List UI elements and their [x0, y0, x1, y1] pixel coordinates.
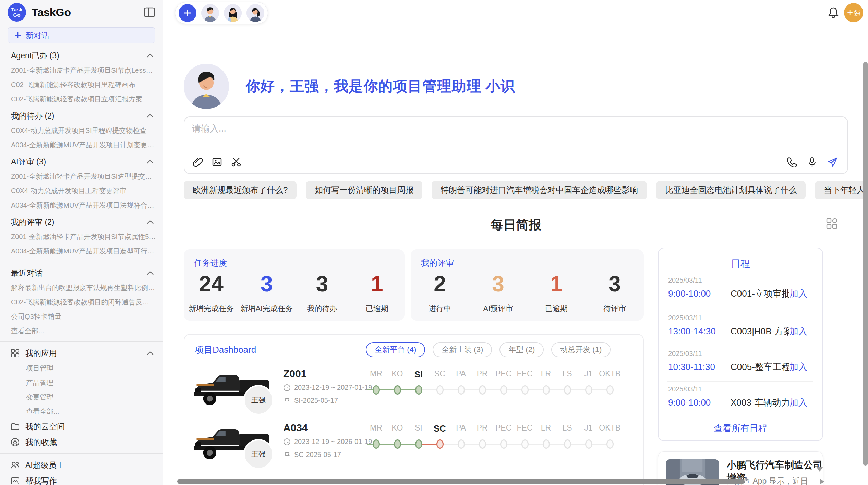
sidebar-item-ai-super-staff[interactable]: AI超级员工	[0, 457, 163, 473]
logo-line1: Task	[11, 7, 22, 12]
sidebar-item-cloud-space[interactable]: 我的云空间	[0, 419, 163, 434]
view-all-schedule-link[interactable]: 查看所有日程	[659, 422, 822, 434]
conversation-item[interactable]: Z001-全新燃油轻卡产品开发项目SI节点属性5D文件评审	[0, 229, 163, 244]
join-link[interactable]: 加入	[789, 361, 807, 373]
schedule-item: 2025/03/11 10:30-11:30 C005-整车工程目标评审 加入	[659, 350, 822, 373]
attachment-icon[interactable]	[192, 156, 204, 168]
folder-icon	[10, 422, 20, 431]
project-flag-milestone: SI-2025-05-17	[283, 397, 338, 405]
conversation-item[interactable]: C02-飞腾新能源轻客改款项目立项汇报方案	[0, 92, 163, 106]
user-avatar[interactable]: 王强	[844, 3, 863, 22]
section-ai-review[interactable]: AI评审 (3)	[0, 154, 163, 169]
suggestion-chip[interactable]: 欧洲新规最近颁布了什么?	[184, 181, 297, 199]
project-owner-badge: 王强	[243, 439, 274, 469]
my-review-card: 我的评审 2 进行中 3 AI预评审 1 已逾期 3 待评审	[411, 249, 644, 321]
project-name: A034	[283, 422, 308, 434]
app-title: TaskGo	[32, 6, 144, 19]
message-input[interactable]	[192, 123, 740, 150]
conversation-item[interactable]: C0X4-动力总成开发项目SI里程碑提交物检查	[0, 123, 163, 138]
divider	[667, 310, 813, 310]
suggestion-chip[interactable]: 比亚迪全固态电池计划具体说了什么	[656, 181, 806, 199]
recent-chat-item[interactable]: 解释最新出台的欧盟报废车法规再生塑料比例被调至15%...	[0, 281, 163, 295]
project-row-z001[interactable]: 王强 Z001 2023-12-19 ~ 2027-01-19 SI-2025-	[184, 367, 644, 421]
briefing-layout-icon[interactable]	[825, 217, 838, 229]
new-chat-label: 新对话	[26, 30, 49, 41]
schedule-date: 2025/03/11	[668, 276, 807, 284]
section-agent-done[interactable]: Agent已办 (3)	[0, 48, 163, 63]
image-icon[interactable]	[211, 156, 223, 168]
scroll-right-arrow[interactable]	[820, 479, 824, 484]
suggestion-chips: 欧洲新规最近颁布了什么? 如何写一份清晰的项目周报 特朗普可能对进口汽车增税会对…	[184, 181, 848, 199]
new-chat-button[interactable]: 新对话	[8, 27, 155, 43]
agent-avatar-2[interactable]	[224, 4, 242, 22]
section-recent-chats[interactable]: 最近对话	[0, 265, 163, 281]
tab-model-year[interactable]: 年型 (2)	[499, 342, 544, 357]
suggestion-chip[interactable]: 如何写一份清晰的项目周报	[306, 181, 422, 199]
sidebar-item-help-me-write[interactable]: 帮我写作	[0, 473, 163, 485]
add-agent-button[interactable]	[179, 4, 196, 22]
notifications-bell-icon[interactable]	[827, 6, 840, 19]
apps-view-all-link[interactable]: 查看全部...	[0, 404, 163, 419]
card-title: 我的评审	[421, 258, 454, 269]
schedule-name: C005-整车工程目标评审	[731, 361, 789, 373]
phone-call-icon[interactable]	[786, 156, 797, 168]
conversation-item[interactable]: C0X4-动力总成开发项目工程变更评审	[0, 184, 163, 198]
app-link-project-mgmt[interactable]: 项目管理	[0, 361, 163, 375]
ai-super-staff-label: AI超级员工	[25, 460, 154, 471]
chevron-up-icon	[146, 53, 154, 58]
join-link[interactable]: 加入	[789, 288, 807, 300]
conversation-item[interactable]: Z001-全新燃油皮卡产品开发项目SI节点Lesson Learn报告	[0, 63, 163, 77]
user-name: 王强	[847, 8, 860, 17]
conversation-item[interactable]: C02-飞腾新能源轻客改款项目里程碑画布	[0, 77, 163, 92]
schedule-date: 2025/03/11	[668, 314, 807, 322]
divider	[667, 381, 813, 382]
app-link-change-mgmt[interactable]: 变更管理	[0, 390, 163, 404]
recent-view-all-link[interactable]: 查看全部...	[0, 324, 163, 338]
recent-chat-item[interactable]: C02-飞腾新能源轻客改款项目的闭环通告反馈情况	[0, 295, 163, 309]
stat-overdue: 1 已逾期	[351, 272, 403, 314]
sidebar-collapse-icon[interactable]	[144, 7, 155, 17]
logo-line2: Go	[13, 12, 21, 18]
conversation-item[interactable]: Z001-全新燃油轻卡产品开发项目SI造型提交物评审	[0, 169, 163, 184]
project-flag-milestone: SC-2025-05-17	[283, 451, 341, 459]
tab-new-platform[interactable]: 全新平台 (4)	[366, 342, 425, 357]
sidebar-item-favorites[interactable]: 我的收藏	[0, 434, 163, 450]
agent-avatar-1[interactable]	[201, 4, 219, 22]
vertical-scrollbar[interactable]	[863, 62, 868, 466]
join-link[interactable]: 加入	[789, 325, 807, 337]
schedule-card: 日程 2025/03/11 9:00-10:00 C001-立项审批会 加入 2…	[658, 248, 823, 441]
agent-avatar-3[interactable]	[246, 4, 264, 22]
milestone-track: MR KO SI SC PA PR PEC FEC LR LS J1 OKTB	[365, 369, 620, 398]
schedule-item: 2025/03/11 9:00-10:00 C001-立项审批会 加入	[659, 276, 822, 300]
flag-icon	[283, 451, 291, 459]
recent-chat-item[interactable]: 公司Q3轻卡销量	[0, 309, 163, 324]
section-my-review[interactable]: 我的评审 (2)	[0, 214, 163, 229]
tab-new-body[interactable]: 全新上装 (3)	[433, 342, 492, 357]
writing-icon	[10, 476, 20, 485]
people-icon	[10, 460, 20, 470]
section-title: 我的待办 (2)	[11, 111, 55, 121]
conversation-item[interactable]: A034-全新新能源MUV产品开发项目造型可行性评审	[0, 244, 163, 258]
microphone-icon[interactable]	[806, 156, 818, 168]
scroll-down-arrow[interactable]	[817, 467, 823, 472]
scissors-icon[interactable]	[230, 156, 242, 168]
conversation-item[interactable]: A034-全新新能源MUV产品开发项目计划变更表编写	[0, 138, 163, 152]
suggestion-chip[interactable]: 特朗普可能对进口汽车增税会对中国车企造成哪些影响	[432, 181, 647, 199]
section-title: 最近对话	[11, 268, 43, 278]
schedule-time: 9:00-10:00	[668, 397, 731, 408]
composer-right-icons	[786, 156, 839, 168]
send-icon[interactable]	[827, 156, 839, 168]
horizontal-scrollbar[interactable]	[177, 479, 745, 484]
conversation-item[interactable]: A034-全新新能源MUV产品开发项目法规符合性评审	[0, 198, 163, 212]
main-area: 王强 你好，王强，我是你的项目管理助理 小识	[164, 0, 868, 485]
schedule-item: 2025/03/11 9:00-10:00 X003-车辆动力学性能验... 加…	[659, 385, 822, 409]
project-row-a034[interactable]: 王强 A034 2023-12-19 ~ 2026-01-19 SC-2025-	[184, 421, 644, 475]
favorites-label: 我的收藏	[25, 437, 154, 448]
join-link[interactable]: 加入	[789, 397, 807, 409]
suggestion-chip[interactable]: 当下年轻人对汽车外观有怎样的喜好趋势	[815, 181, 868, 199]
app-link-product-mgmt[interactable]: 产品管理	[0, 375, 163, 390]
sidebar-item-my-apps[interactable]: 我的应用	[0, 345, 163, 361]
tab-powertrain[interactable]: 动总开发 (1)	[551, 342, 611, 357]
section-my-todo[interactable]: 我的待办 (2)	[0, 108, 163, 123]
help-me-write-label: 帮我写作	[25, 476, 154, 485]
